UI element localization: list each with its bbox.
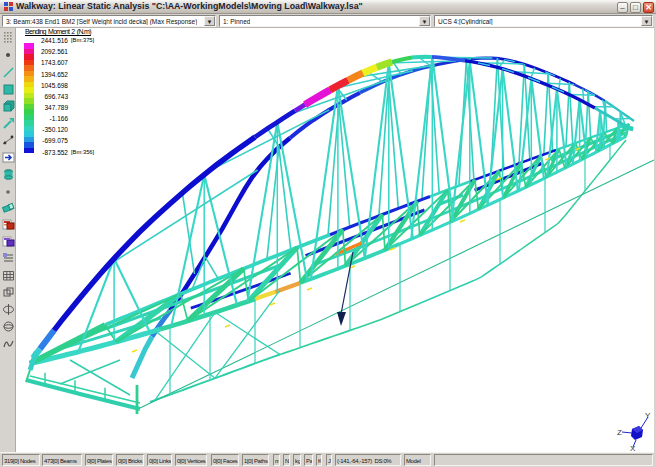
svg-text:Z: Z (617, 428, 622, 437)
svg-text:Y: Y (645, 411, 651, 420)
